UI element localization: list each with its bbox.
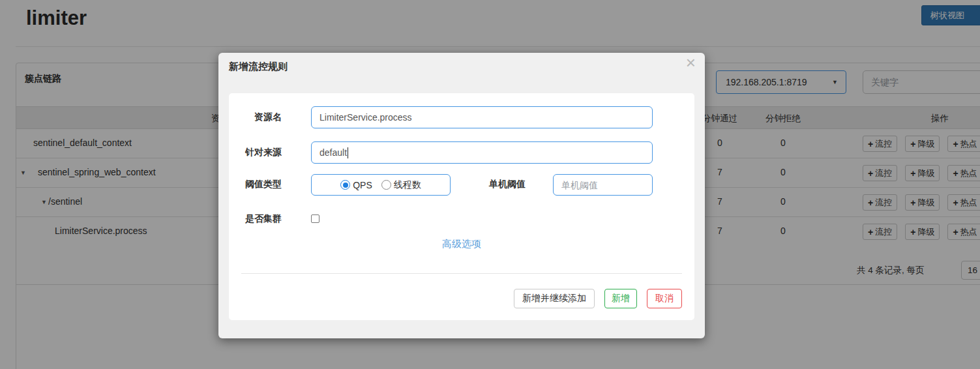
single-machine-threshold-label: 单机阈值 — [489, 179, 526, 190]
text-cursor — [348, 147, 348, 158]
app-window: limiter 树状视图 簇点链路 192.168.205.1:8719 ▼ 资… — [0, 0, 980, 369]
cluster-checkbox[interactable] — [311, 214, 319, 223]
radio-option-thread-count[interactable]: 线程数 — [381, 179, 421, 191]
close-icon[interactable]: × — [686, 54, 696, 71]
footer-divider — [241, 273, 682, 274]
single-machine-threshold-input[interactable] — [553, 174, 653, 196]
dialog-form: 资源名 针对来源 default 阈值类型 QPS 线程数 单机阈值 是 — [229, 93, 694, 320]
origin-input[interactable]: default — [311, 141, 653, 164]
advanced-options-link[interactable]: 高级选项 — [229, 238, 694, 250]
origin-label: 针对来源 — [229, 147, 282, 158]
resource-name-label: 资源名 — [229, 111, 282, 123]
dialog-footer: 新增并继续添加 新增 取消 — [514, 289, 682, 308]
add-button[interactable]: 新增 — [604, 289, 637, 308]
threshold-type-label: 阈值类型 — [229, 179, 282, 190]
radio-unselected-icon — [381, 180, 391, 190]
add-flow-rule-dialog: 新增流控规则 × 资源名 针对来源 default 阈值类型 QPS 线程数 — [218, 53, 705, 338]
origin-input-value: default — [319, 147, 347, 158]
radio-option-qps[interactable]: QPS — [340, 180, 372, 190]
resource-name-input[interactable] — [311, 106, 653, 128]
cancel-button[interactable]: 取消 — [647, 289, 682, 308]
radio-selected-icon — [340, 180, 350, 190]
dialog-title: 新增流控规则 — [229, 61, 288, 73]
threshold-type-radio-group: QPS 线程数 — [311, 174, 451, 196]
cluster-label: 是否集群 — [229, 213, 282, 225]
add-and-continue-button[interactable]: 新增并继续添加 — [514, 289, 595, 308]
